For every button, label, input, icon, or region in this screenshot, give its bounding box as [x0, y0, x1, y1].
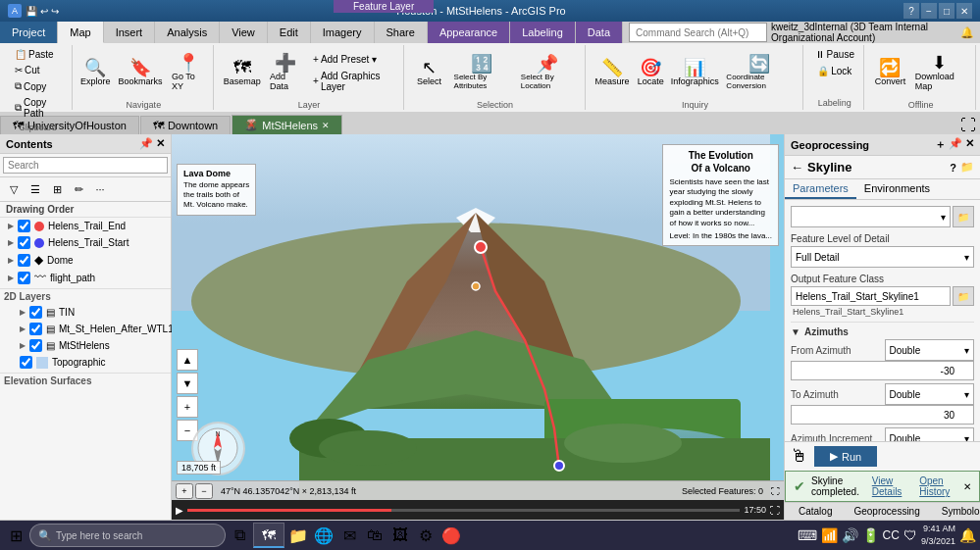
undo-btn[interactable]: ↩	[40, 6, 48, 17]
minimize-btn[interactable]: −	[921, 3, 937, 19]
gp-pin-icon[interactable]: 📌	[949, 137, 962, 152]
tab-insert[interactable]: Insert	[104, 22, 156, 43]
notification-icon[interactable]: 🔔	[959, 527, 976, 543]
layer-checkbox-trail-end[interactable]	[18, 220, 30, 232]
start-menu-icon[interactable]: ⊞	[4, 524, 27, 547]
taskbar-search[interactable]: 🔍	[29, 524, 226, 547]
notification-close-icon[interactable]: ✕	[963, 481, 971, 492]
measure-btn[interactable]: 📏 Measure	[593, 47, 632, 98]
close-tab-icon[interactable]: ✕	[322, 121, 330, 130]
save-btn[interactable]: 💾	[26, 6, 37, 17]
gp-tab-parameters[interactable]: Parameters	[785, 179, 856, 199]
run-btn[interactable]: ▶ Run	[814, 446, 877, 467]
geoprocessing-tab[interactable]: Geoprocessing	[844, 503, 929, 520]
layer-item-flight-path[interactable]: ▶ 〰 flight_path	[0, 269, 171, 286]
layer-item-dome[interactable]: ▶ ◆ Dome	[0, 251, 171, 269]
go-to-xy-btn[interactable]: 📍 Go To XY	[167, 47, 210, 98]
gp-from-type-dropdown[interactable]: Double ▾	[885, 339, 975, 361]
redo-btn[interactable]: ↪	[51, 6, 59, 17]
tab-appearance[interactable]: Appearance	[428, 22, 510, 43]
network-icon[interactable]: 📶	[821, 527, 838, 543]
symbology-tab[interactable]: Symbology	[932, 503, 980, 520]
sidebar-close-icon[interactable]: ✕	[156, 137, 165, 150]
add-data-btn[interactable]: ➕ Add Data	[265, 47, 306, 98]
store-icon[interactable]: 🛍	[363, 524, 387, 547]
layer-checkbox-topographic[interactable]	[20, 356, 32, 369]
map-extent-btn[interactable]: ⛶	[771, 486, 780, 496]
layer-item-topographic[interactable]: Topographic	[12, 354, 171, 371]
cc-icon[interactable]: CC	[883, 528, 900, 542]
settings-icon[interactable]: ⚙	[414, 524, 438, 547]
select-by-loc-btn[interactable]: 📌 Select By Location	[516, 47, 579, 98]
copy-path-btn[interactable]: ⧉ Copy Path	[10, 95, 66, 121]
layer-item-tin[interactable]: ▶ ▤ TIN	[12, 304, 171, 321]
layer-item-mtstahelen[interactable]: ▶ ▤ Mt_St_Helen_After_WTL1	[12, 321, 171, 337]
layer-checkbox-dome[interactable]	[18, 254, 30, 267]
gp-to-type-dropdown[interactable]: Double ▾	[885, 383, 975, 405]
tab-imagery[interactable]: Imagery	[311, 22, 375, 43]
layer-checkbox-mtstahelen[interactable]	[29, 323, 42, 335]
gp-to-azimuth-input[interactable]	[791, 405, 974, 425]
zoom-fit-icon[interactable]: ⛶	[960, 117, 976, 134]
view-details-link[interactable]: View Details	[872, 475, 907, 497]
gp-observer-browse-btn[interactable]: 📁	[953, 206, 974, 227]
file-explorer-icon[interactable]: 📁	[286, 524, 310, 547]
video-progress[interactable]	[187, 509, 740, 512]
layer-item-trail-start[interactable]: ▶ Helens_Trail_Start	[0, 234, 171, 251]
sidebar-more-btn[interactable]: ···	[90, 179, 110, 199]
nav-up-btn[interactable]: ▲	[177, 349, 198, 371]
zoom-in-btn[interactable]: +	[177, 396, 198, 418]
shield-icon[interactable]: 🛡	[903, 527, 917, 543]
open-history-link[interactable]: Open History	[919, 475, 957, 497]
coord-conversion-btn[interactable]: 🔄 Coordinate Conversion	[721, 47, 797, 98]
gp-azimuths-section[interactable]: ▼ Azimuths	[791, 322, 974, 339]
layer-checkbox-tin[interactable]	[29, 306, 42, 319]
gp-close-icon[interactable]: ✕	[965, 137, 974, 152]
maximize-btn[interactable]: □	[939, 3, 954, 19]
task-view-icon[interactable]: ⧉	[228, 524, 251, 547]
arcgis-taskbar-btn[interactable]: 🗺	[253, 523, 284, 548]
download-map-btn[interactable]: ⬇ Download Map	[910, 47, 969, 98]
map-view[interactable]: Lava Dome The dome appearsthe trails bot…	[172, 134, 784, 500]
edge-icon[interactable]: 🌐	[312, 524, 335, 547]
lock-btn[interactable]: 🔒 Lock	[812, 64, 856, 78]
layer-checkbox-trail-start[interactable]	[18, 236, 30, 249]
gp-tab-environments[interactable]: Environments	[856, 179, 938, 199]
select-btn[interactable]: ↖ Select	[412, 47, 447, 98]
tab-map[interactable]: Map	[58, 22, 103, 43]
sidebar-filter-btn[interactable]: ▽	[4, 179, 24, 199]
layer-checkbox-flight-path[interactable]	[18, 272, 30, 284]
sidebar-grid-btn[interactable]: ⊞	[47, 179, 67, 199]
bookmarks-btn[interactable]: 🔖 Bookmarks	[116, 47, 165, 98]
volume-icon[interactable]: 🔊	[842, 527, 858, 543]
tab-edit[interactable]: Edit	[268, 22, 311, 43]
battery-icon[interactable]: 🔋	[862, 527, 879, 543]
help-btn[interactable]: ?	[903, 3, 919, 19]
nav-down-btn[interactable]: ▼	[177, 373, 198, 394]
map-tab-mtsthelens[interactable]: 🌋 MtStHelens ✕	[232, 115, 342, 134]
pause-btn[interactable]: ⏸ Pause	[810, 47, 859, 62]
map-tab-downtown[interactable]: 🗺 Downtown	[140, 116, 231, 134]
paste-btn[interactable]: 📋 Paste	[10, 47, 59, 62]
fullscreen-btn[interactable]: ⛶	[770, 505, 780, 516]
play-btn[interactable]: ▶	[176, 505, 183, 516]
gp-output-feature-input[interactable]	[791, 286, 951, 306]
gp-back-icon[interactable]: ←	[791, 160, 803, 175]
tab-data[interactable]: Data	[576, 22, 623, 43]
infographics-btn[interactable]: 📊 Infographics	[670, 47, 719, 98]
sidebar-pin-icon[interactable]: 📌	[139, 137, 153, 150]
gp-folder-icon[interactable]: 📁	[960, 161, 974, 174]
explore-btn[interactable]: 🔍 Explore	[77, 47, 114, 98]
layer-checkbox-mtsthelens[interactable]	[29, 339, 42, 352]
gp-output-browse-btn[interactable]: 📁	[953, 286, 974, 306]
sidebar-search-input[interactable]	[3, 157, 168, 174]
tab-share[interactable]: Share	[375, 22, 428, 43]
sidebar-pencil-btn[interactable]: ✏	[69, 179, 88, 199]
tab-analysis[interactable]: Analysis	[155, 22, 220, 43]
notification-bell-icon[interactable]: 🔔	[960, 26, 974, 39]
convert-btn[interactable]: 🔁 Convert	[872, 47, 907, 98]
close-btn[interactable]: ✕	[956, 3, 972, 19]
layer-item-trail-end[interactable]: ▶ Helens_Trail_End	[0, 218, 171, 234]
tab-view[interactable]: View	[220, 22, 268, 43]
gp-increment-type-dropdown[interactable]: Double ▾	[885, 427, 975, 441]
